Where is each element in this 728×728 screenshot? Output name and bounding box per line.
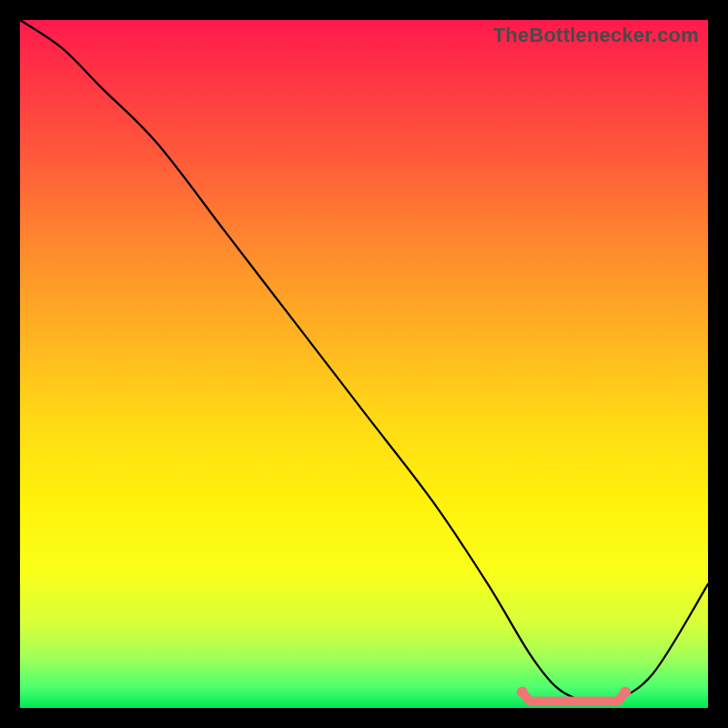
trough-highlight [522, 692, 625, 701]
trough-dot-right [620, 686, 631, 697]
trough-dot-left [517, 686, 528, 697]
chart-frame: TheBottlenecker.com [20, 20, 708, 708]
plot-area: TheBottlenecker.com [20, 20, 708, 708]
curve-svg [20, 20, 708, 708]
bottleneck-curve [20, 20, 708, 703]
